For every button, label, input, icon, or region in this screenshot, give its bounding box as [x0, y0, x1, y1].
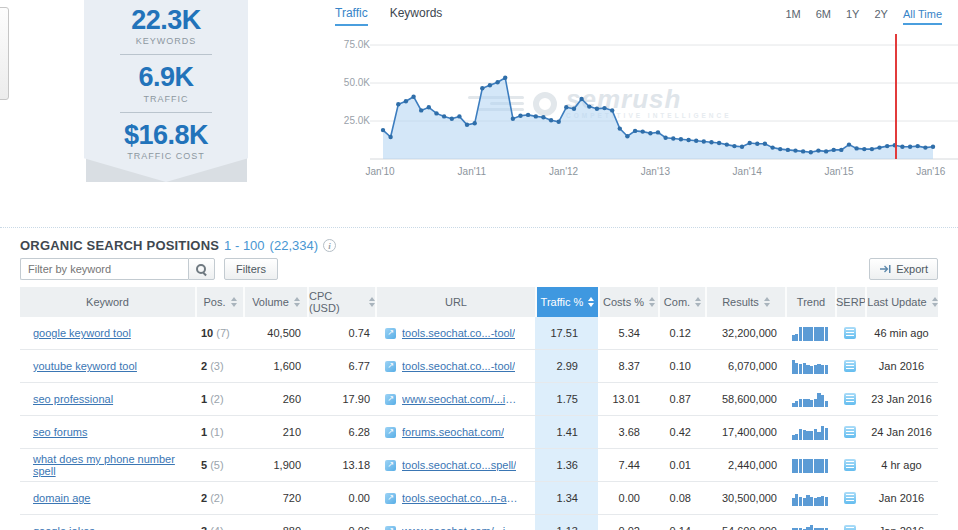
pos-current: 2 [201, 492, 207, 504]
col-header-serp[interactable]: SERP [835, 287, 865, 317]
keyword-link[interactable]: google keyword tool [33, 327, 131, 339]
range-1y[interactable]: 1Y [846, 8, 859, 25]
col-header-costs[interactable]: Costs % [598, 287, 658, 317]
collapsed-panel-handle[interactable] [0, 7, 9, 100]
cell-pos: 10(7) [195, 317, 243, 349]
url-link[interactable]: www.seochat.com/...jokes/ [402, 525, 520, 530]
external-link-icon[interactable] [385, 526, 396, 530]
info-icon[interactable]: i [323, 239, 336, 252]
external-link-icon[interactable] [385, 493, 396, 504]
trend-sparkline[interactable] [792, 326, 829, 341]
trend-sparkline[interactable] [792, 524, 829, 530]
serp-icon[interactable] [844, 459, 856, 471]
trend-sparkline[interactable] [792, 359, 829, 374]
col-header-volume[interactable]: Volume [243, 287, 307, 317]
traffic-area-chart[interactable] [340, 28, 958, 168]
trend-sparkline[interactable] [792, 491, 829, 506]
sort-asc-arrow [932, 297, 938, 301]
tab-keywords[interactable]: Keywords [390, 6, 443, 26]
cell-keyword: youtube keyword tool [20, 350, 195, 382]
traffic-area-fill [383, 78, 933, 159]
cell-keyword: what does my phone number spell [20, 449, 195, 481]
col-header-cpc[interactable]: CPC (USD) [307, 287, 375, 317]
external-link-icon[interactable] [385, 394, 396, 405]
col-header-results[interactable]: Results [705, 287, 785, 317]
cell-results: 6,070,000 [705, 350, 785, 382]
keyword-link[interactable]: google jokes [33, 525, 95, 530]
keyword-filter-input[interactable] [20, 258, 188, 280]
keyword-link[interactable]: domain age [33, 492, 91, 504]
serp-icon[interactable] [844, 360, 856, 372]
tab-traffic[interactable]: Traffic [335, 6, 368, 26]
pos-previous: (2) [210, 492, 223, 504]
filters-button[interactable]: Filters [224, 258, 278, 280]
col-header-label: URL [445, 296, 467, 308]
col-header-traffic[interactable]: Traffic % [535, 287, 598, 317]
col-header-pos[interactable]: Pos. [195, 287, 243, 317]
cell-volume: 210 [243, 416, 307, 448]
range-6m[interactable]: 6M [816, 8, 831, 25]
search-icon [195, 263, 208, 276]
chart-tabs: TrafficKeywords [335, 6, 442, 26]
keyword-link[interactable]: what does my phone number spell [33, 453, 195, 477]
cell-pos: 5(5) [195, 449, 243, 481]
cell-volume: 260 [243, 383, 307, 415]
cell-last-update: 46 min ago [865, 317, 938, 349]
url-link[interactable]: tools.seochat.co...-tool/ [402, 360, 515, 372]
cell-costs-pct: 5.34 [598, 317, 658, 349]
url-link[interactable]: www.seochat.com/...ional/ [402, 393, 520, 405]
range-1m[interactable]: 1M [785, 8, 800, 25]
sort-asc-arrow [294, 297, 300, 301]
sort-desc-arrow [649, 303, 655, 307]
sort-desc-arrow [695, 303, 701, 307]
search-button[interactable] [188, 258, 215, 280]
col-header-label: Traffic % [541, 296, 584, 308]
cell-serp [835, 482, 865, 514]
cell-serp [835, 416, 865, 448]
range-2y[interactable]: 2Y [874, 8, 887, 25]
cell-trend [785, 416, 835, 448]
url-link[interactable]: tools.seochat.co...-tool/ [402, 327, 515, 339]
serp-icon[interactable] [844, 393, 856, 405]
domain-analytics-page: 22.3KKEYWORDS6.9KTRAFFIC$16.8KTRAFFIC CO… [0, 0, 958, 530]
col-header-url[interactable]: URL [375, 287, 535, 317]
serp-icon[interactable] [844, 525, 856, 530]
col-header-keyword[interactable]: Keyword [20, 287, 195, 317]
export-button[interactable]: Export [869, 258, 938, 280]
cell-keyword: google keyword tool [20, 317, 195, 349]
trend-sparkline[interactable] [792, 392, 829, 407]
cell-costs-pct: 3.68 [598, 416, 658, 448]
col-header-update[interactable]: Last Update [865, 287, 938, 317]
url-link[interactable]: tools.seochat.co...spell/ [402, 459, 516, 471]
cell-costs-pct: 8.37 [598, 350, 658, 382]
external-link-icon[interactable] [385, 460, 396, 471]
trend-sparkline[interactable] [792, 458, 829, 473]
keyword-link[interactable]: youtube keyword tool [33, 360, 137, 372]
trend-sparkline[interactable] [792, 425, 829, 440]
serp-icon[interactable] [844, 327, 856, 339]
col-header-label: Keyword [86, 296, 129, 308]
col-header-label: Last Update [867, 296, 926, 308]
keyword-link[interactable]: seo professional [33, 393, 113, 405]
url-link[interactable]: tools.seochat.co...n-age/ [402, 492, 520, 504]
cell-last-update: Jan 2016 [865, 515, 938, 530]
range-all-time[interactable]: All Time [903, 8, 942, 25]
cell-volume: 1,600 [243, 350, 307, 382]
serp-icon[interactable] [844, 492, 856, 504]
keyword-link[interactable]: seo forums [33, 426, 87, 438]
external-link-icon[interactable] [385, 361, 396, 372]
external-link-icon[interactable] [385, 427, 396, 438]
sort-asc-arrow [695, 297, 701, 301]
cell-trend [785, 515, 835, 530]
cell-competition: 0.14 [658, 515, 705, 530]
col-header-trend[interactable]: Trend [785, 287, 835, 317]
pos-previous: (1) [210, 426, 223, 438]
cell-traffic-pct: 1.13 [535, 515, 598, 530]
url-link[interactable]: forums.seochat.com/ [402, 426, 504, 438]
table-row: seo forums1(1)2106.28forums.seochat.com/… [20, 416, 938, 449]
external-link-icon[interactable] [385, 328, 396, 339]
col-header-label: SERP [836, 296, 866, 308]
cell-volume: 720 [243, 482, 307, 514]
col-header-com[interactable]: Com. [658, 287, 705, 317]
serp-icon[interactable] [844, 426, 856, 438]
